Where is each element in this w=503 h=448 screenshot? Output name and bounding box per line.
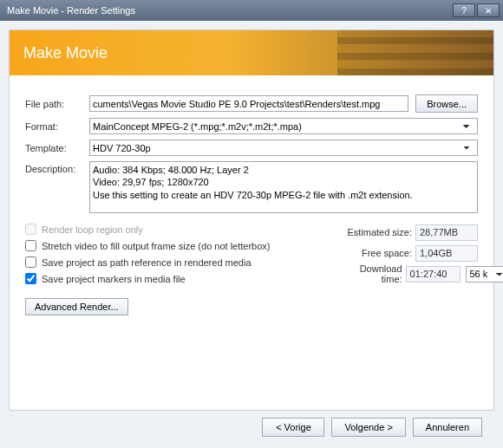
next-button[interactable]: Volgende > <box>331 418 405 437</box>
save-markers-checkbox[interactable]: Save project markers in media file <box>25 273 186 284</box>
speed-select[interactable]: 56 k <box>466 266 503 282</box>
title-bar: Make Movie - Render Settings ? ✕ <box>0 0 503 21</box>
cancel-button[interactable]: Annuleren <box>413 418 482 437</box>
stretch-checkbox[interactable]: Stretch video to fill output frame size … <box>25 240 271 251</box>
help-button[interactable]: ? <box>453 3 475 17</box>
back-button[interactable]: < Vorige <box>262 418 324 437</box>
description-label: Description: <box>25 161 89 174</box>
estimated-size-value: 28,77MB <box>415 224 478 241</box>
window-title: Make Movie - Render Settings <box>3 5 451 16</box>
free-space-label: Free space: <box>337 248 415 258</box>
file-path-label: File path: <box>25 99 89 109</box>
file-path-input[interactable] <box>89 95 408 112</box>
format-label: Format: <box>25 121 89 132</box>
format-select[interactable]: MainConcept MPEG-2 (*.mpg;*.m2v;*.m2t;*.… <box>89 118 478 134</box>
close-button[interactable]: ✕ <box>477 3 500 17</box>
render-loop-checkbox: Render loop region only <box>25 224 143 235</box>
template-select[interactable]: HDV 720-30p <box>89 140 478 156</box>
download-time-value: 01:27:40 <box>406 266 461 282</box>
banner: Make Movie <box>10 30 493 75</box>
banner-title: Make Movie <box>23 44 108 62</box>
estimated-size-label: Estimated size: <box>337 227 415 237</box>
download-time-label: Download time: <box>337 263 406 284</box>
save-path-ref-checkbox[interactable]: Save project as path reference in render… <box>25 256 252 268</box>
browse-button[interactable]: Browse... <box>415 94 478 113</box>
free-space-value: 1,04GB <box>415 245 478 262</box>
description-text[interactable]: Audio: 384 Kbps; 48.000 Hz; Layer 2 Vide… <box>89 161 478 213</box>
template-label: Template: <box>25 143 89 153</box>
advanced-render-button[interactable]: Advanced Render... <box>25 298 128 315</box>
